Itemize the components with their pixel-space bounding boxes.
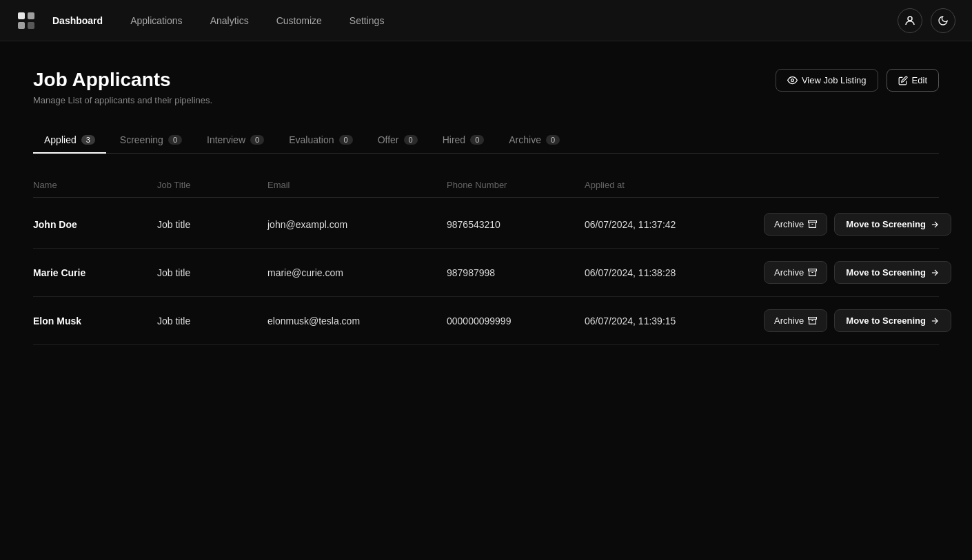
col-applied-at: Applied at xyxy=(585,180,764,190)
svg-rect-12 xyxy=(809,318,817,320)
archive-icon xyxy=(808,220,817,229)
tab-offer[interactable]: Offer 0 xyxy=(367,127,429,154)
col-actions xyxy=(764,180,939,190)
nav-customize[interactable]: Customize xyxy=(274,15,325,26)
applicant-name: Marie Curie xyxy=(33,267,157,278)
archive-icon xyxy=(808,316,817,325)
applicant-name: Elon Musk xyxy=(33,315,157,326)
applicant-email: john@exampl.com xyxy=(267,219,447,230)
row-actions: Archive Move to Screening xyxy=(764,261,951,284)
svg-rect-6 xyxy=(809,221,817,223)
row-actions: Archive Move to Screening xyxy=(764,213,951,236)
applicant-job-title: Job title xyxy=(157,315,267,326)
tab-screening[interactable]: Screening 0 xyxy=(109,127,193,154)
move-to-screening-button[interactable]: Move to Screening xyxy=(834,309,951,332)
move-to-screening-button[interactable]: Move to Screening xyxy=(834,213,951,236)
page-header: Job Applicants Manage List of applicants… xyxy=(33,69,939,105)
svg-rect-1 xyxy=(28,12,34,19)
svg-rect-2 xyxy=(18,22,25,29)
tab-interview[interactable]: Interview 0 xyxy=(196,127,275,154)
applicants-table: Name Job Title Email Phone Number Applie… xyxy=(33,173,939,345)
applicant-applied-at: 06/07/2024, 11:39:15 xyxy=(585,315,764,326)
page-subtitle: Manage List of applicants and their pipe… xyxy=(33,95,212,105)
arrow-right-icon xyxy=(930,220,940,229)
page-title-section: Job Applicants Manage List of applicants… xyxy=(33,69,212,105)
page-title: Job Applicants xyxy=(33,69,212,91)
applicant-phone: 000000099999 xyxy=(447,315,585,326)
tabs: Applied 3 Screening 0 Interview 0 Evalua… xyxy=(33,127,939,154)
applicant-job-title: Job title xyxy=(157,219,267,230)
table-row: Marie Curie Job title marie@curie.com 98… xyxy=(33,249,939,297)
svg-rect-0 xyxy=(18,12,25,19)
eye-icon xyxy=(787,75,798,85)
col-email: Email xyxy=(267,180,447,190)
applicant-job-title: Job title xyxy=(157,267,267,278)
nav-analytics[interactable]: Analytics xyxy=(207,15,252,26)
tab-evaluation[interactable]: Evaluation 0 xyxy=(278,127,364,154)
tab-applied[interactable]: Applied 3 xyxy=(33,127,106,154)
navbar-right xyxy=(898,8,955,33)
dark-mode-toggle[interactable] xyxy=(931,8,955,33)
user-profile-button[interactable] xyxy=(898,8,922,33)
applicant-name: John Doe xyxy=(33,219,157,230)
nav-applications[interactable]: Applications xyxy=(128,15,185,26)
tab-archive[interactable]: Archive 0 xyxy=(498,127,571,154)
nav-links: Dashboard Applications Analytics Customi… xyxy=(50,15,898,26)
archive-icon xyxy=(808,268,817,277)
table-row: John Doe Job title john@exampl.com 98765… xyxy=(33,200,939,249)
svg-rect-3 xyxy=(28,22,34,29)
col-phone: Phone Number xyxy=(447,180,585,190)
arrow-right-icon xyxy=(930,316,940,326)
main-content: Job Applicants Manage List of applicants… xyxy=(0,41,972,373)
logo xyxy=(17,11,36,30)
applicant-applied-at: 06/07/2024, 11:38:28 xyxy=(585,267,764,278)
applicant-applied-at: 06/07/2024, 11:37:42 xyxy=(585,219,764,230)
archive-button[interactable]: Archive xyxy=(764,309,827,332)
row-actions: Archive Move to Screening xyxy=(764,309,951,332)
archive-button[interactable]: Archive xyxy=(764,213,827,236)
tab-hired[interactable]: Hired 0 xyxy=(432,127,496,154)
col-name: Name xyxy=(33,180,157,190)
svg-rect-9 xyxy=(809,269,817,271)
col-job-title: Job Title xyxy=(157,180,267,190)
svg-point-4 xyxy=(908,17,912,21)
applicant-phone: 987987998 xyxy=(447,267,585,278)
arrow-right-icon xyxy=(930,268,940,278)
svg-point-5 xyxy=(791,79,794,82)
edit-button[interactable]: Edit xyxy=(887,69,939,92)
navbar: Dashboard Applications Analytics Customi… xyxy=(0,0,972,41)
nav-settings[interactable]: Settings xyxy=(347,15,387,26)
applicant-email: marie@curie.com xyxy=(267,267,447,278)
move-to-screening-button[interactable]: Move to Screening xyxy=(834,261,951,284)
edit-icon xyxy=(898,76,908,85)
nav-dashboard[interactable]: Dashboard xyxy=(50,15,105,26)
applicant-phone: 9876543210 xyxy=(447,219,585,230)
header-actions: View Job Listing Edit xyxy=(776,69,939,92)
view-job-listing-button[interactable]: View Job Listing xyxy=(776,69,878,92)
table-row: Elon Musk Job title elonmusk@tesla.com 0… xyxy=(33,297,939,345)
table-header: Name Job Title Email Phone Number Applie… xyxy=(33,173,939,198)
archive-button[interactable]: Archive xyxy=(764,261,827,284)
applicant-email: elonmusk@tesla.com xyxy=(267,315,447,326)
